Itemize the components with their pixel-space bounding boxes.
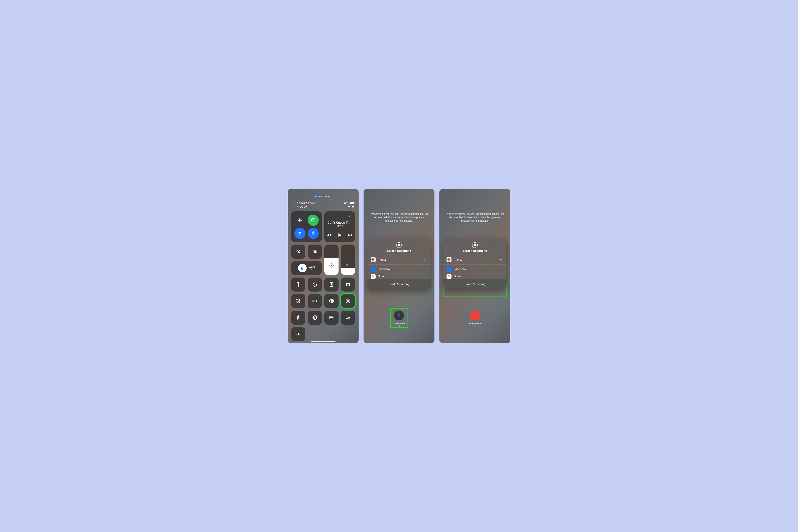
wallet-icon [329, 315, 334, 320]
svg-rect-24 [317, 301, 317, 302]
screen-recording-button[interactable] [341, 294, 355, 308]
svg-rect-6 [302, 267, 303, 268]
facebook-app-icon: f [446, 267, 452, 272]
svg-rect-3 [314, 251, 317, 253]
microphone-toggle-button[interactable] [470, 310, 480, 320]
sound-recognition-button[interactable] [291, 327, 305, 341]
screen-mirroring-button[interactable] [308, 245, 322, 259]
bluetooth-icon [310, 231, 316, 236]
recording-target-facebook[interactable]: f Facebook [443, 265, 507, 274]
sheet-title: Screen Recording [443, 249, 507, 252]
app-label: Facebook [454, 268, 466, 271]
recording-target-gmail[interactable]: M Gmail [367, 274, 431, 279]
wallet-button[interactable] [324, 311, 339, 325]
antenna-icon [310, 217, 316, 223]
app-label: Photos [378, 258, 386, 261]
bluetooth-toggle[interactable] [308, 228, 319, 239]
battery-icon [350, 202, 354, 204]
airplay-icon[interactable] [349, 214, 352, 218]
cellular-data-toggle[interactable] [308, 214, 319, 226]
ear-icon [296, 315, 301, 320]
now-playing-module[interactable]: Can't Knock Th… JAY-Z [324, 211, 355, 242]
photos-app-icon [370, 257, 376, 262]
location-pill[interactable]: Astronomy › [314, 195, 332, 198]
recording-sheet-mic-on-screen: Everything on your screen, including not… [439, 189, 510, 343]
svg-point-11 [331, 284, 332, 285]
record-icon [396, 242, 402, 248]
next-track-button[interactable] [348, 232, 353, 239]
lock-icon [352, 205, 354, 208]
flashlight-icon [296, 282, 301, 287]
timer-button[interactable] [308, 278, 322, 292]
focus-state: On [309, 268, 315, 271]
location-icon [314, 195, 317, 198]
microphone-icon [397, 314, 401, 318]
camera-button[interactable] [341, 278, 355, 292]
start-recording-button[interactable]: Start Recording [367, 279, 431, 289]
chevron-right-icon: › [331, 195, 332, 198]
dark-mode-button[interactable] [324, 294, 339, 308]
focus-module[interactable]: Work On [291, 261, 322, 275]
recording-info-text: Everything on your screen, including not… [439, 189, 510, 223]
recording-target-facebook[interactable]: f Facebook [367, 265, 431, 274]
alarm-icon [296, 299, 301, 304]
home-indicator[interactable] [311, 341, 336, 342]
brightness-icon [329, 263, 334, 269]
wifi-icon [315, 201, 318, 204]
screen-mirroring-icon [312, 249, 317, 254]
svg-point-4 [330, 265, 332, 266]
location-app-label: Astronomy [318, 195, 330, 198]
checkmark-icon [424, 258, 428, 262]
airplane-mode-toggle[interactable] [294, 214, 306, 226]
wifi-toggle[interactable] [294, 228, 306, 239]
svg-point-27 [347, 300, 349, 302]
calculator-icon [329, 282, 334, 287]
low-power-button[interactable] [308, 294, 322, 308]
hearing-button[interactable] [291, 311, 305, 325]
calculator-button[interactable] [324, 278, 339, 292]
connectivity-module [291, 211, 322, 242]
dark-mode-icon [329, 299, 334, 304]
orientation-lock-button[interactable] [291, 245, 305, 259]
volume-slider[interactable] [341, 245, 355, 275]
svg-rect-5 [302, 267, 303, 269]
app-label: Photos [454, 258, 462, 261]
alarm-button[interactable] [291, 294, 305, 308]
sheet-title: Screen Recording [367, 249, 431, 252]
mic-state: On [468, 325, 481, 327]
recording-target-gmail[interactable]: M Gmail [443, 274, 507, 279]
microphone-icon [473, 314, 477, 318]
brightness-slider[interactable] [324, 245, 339, 275]
record-icon [345, 299, 350, 304]
focus-badge-icon [298, 264, 307, 272]
battery-pct-label: 89% [344, 201, 349, 204]
sim1-badge: P [296, 202, 298, 204]
carrier1-label: vodafone UK [299, 201, 314, 204]
text-size-button[interactable]: AA [341, 311, 355, 325]
flashlight-button[interactable] [291, 278, 305, 292]
microphone-toggle-button[interactable] [394, 310, 404, 320]
recording-target-photos[interactable]: Photos [367, 255, 431, 265]
play-button[interactable] [337, 232, 342, 239]
mic-state: Off [393, 325, 405, 327]
facebook-app-icon: f [370, 267, 376, 272]
mic-label: Microphone [393, 322, 405, 325]
text-size-icon: AA [345, 315, 350, 320]
volume-icon [346, 263, 350, 268]
screen-recording-sheet: Screen Recording Photos f Facebook M Gma… [443, 239, 507, 289]
shazam-button[interactable] [308, 311, 322, 325]
svg-point-0 [350, 215, 351, 216]
recording-sheet-mic-off-screen: Everything on your screen, including not… [363, 189, 435, 343]
low-power-icon [312, 299, 318, 304]
svg-point-15 [332, 285, 332, 285]
alarm-icon [347, 205, 350, 208]
svg-point-20 [297, 299, 298, 300]
prev-track-button[interactable] [326, 232, 332, 239]
signal-bars-icon-2 [292, 206, 295, 208]
focus-name: Work [309, 265, 315, 268]
recording-target-photos[interactable]: Photos [443, 255, 507, 265]
start-recording-button[interactable]: Start Recording [443, 279, 507, 289]
app-label: Gmail [378, 275, 385, 278]
record-icon [472, 242, 478, 248]
sim2-badge: W [296, 206, 299, 208]
